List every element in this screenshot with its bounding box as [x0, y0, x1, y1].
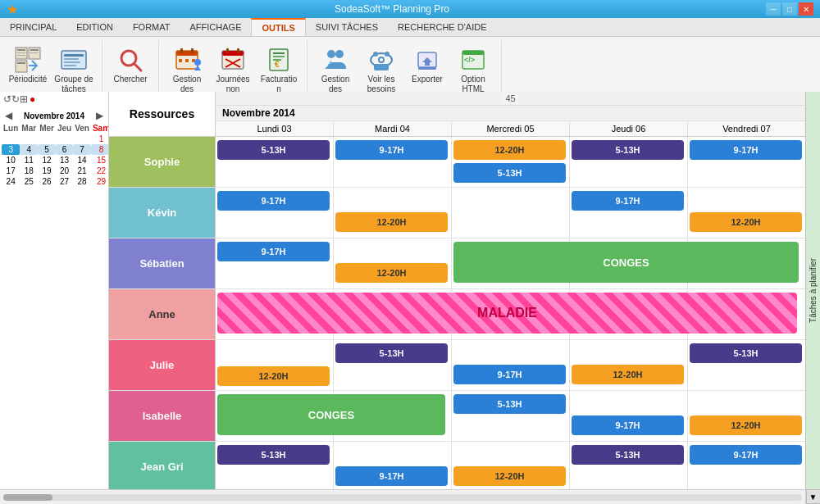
minimize-button[interactable]: ─ — [766, 2, 781, 16]
gestion-rappels-icon — [172, 45, 202, 75]
cal-day[interactable]: 22 — [91, 166, 109, 176]
shift-block[interactable]: 9-17H — [335, 466, 448, 486]
cal-day[interactable] — [38, 134, 56, 144]
cal-day[interactable]: 29 — [91, 176, 109, 187]
shift-block[interactable]: 9-17H — [690, 140, 802, 160]
cal-day[interactable]: 15 — [91, 155, 109, 166]
tab-principal[interactable]: PRINCIPAL — [0, 18, 66, 36]
tasks-sidebar[interactable]: Tâches à planifier — [805, 92, 820, 489]
cal-day[interactable]: 12 — [38, 155, 56, 166]
ribbon-item-voir-besoins[interactable]: Voir les besoins — [360, 43, 403, 96]
shift-block[interactable]: 12-20H — [453, 466, 566, 486]
ribbon-item-chercher[interactable]: Chercher — [109, 43, 152, 86]
shift-block[interactable]: 5-13H — [690, 343, 802, 363]
cal-day[interactable]: 18 — [20, 166, 38, 176]
cal-day[interactable]: 8 — [91, 144, 109, 155]
tab-edition[interactable]: EDITION — [66, 18, 123, 36]
cal-day[interactable]: 3 — [2, 144, 20, 155]
cal-day[interactable]: 25 — [20, 176, 38, 187]
cal-day[interactable] — [73, 134, 91, 144]
shift-block[interactable]: 5-13H — [217, 445, 330, 465]
day-cell: 5-13H — [334, 340, 452, 390]
cal-day[interactable]: 19 — [38, 166, 56, 176]
shift-block[interactable]: 9-17H — [572, 191, 684, 211]
ribbon-item-option-html[interactable]: </> Option HTML — [452, 43, 494, 96]
day-cell: 12-20H — [688, 391, 805, 441]
shift-block[interactable]: 12-20H — [690, 415, 802, 435]
shift-block[interactable]: 9-17H — [335, 140, 448, 160]
cal-day[interactable]: 27 — [56, 176, 73, 187]
row-anne: Anne MALADIE — [109, 289, 805, 340]
tab-affichage[interactable]: AFFICHAGE — [180, 18, 252, 36]
shift-block[interactable]: 12-20H — [335, 212, 448, 232]
left-tool-refresh[interactable]: ↻ — [11, 93, 20, 105]
cal-day[interactable] — [20, 134, 38, 144]
main-area: Ressources 45 Novembre 2014 Lundi 03 Mar… — [109, 92, 805, 489]
scrollbar-track[interactable] — [3, 494, 802, 501]
cal-day[interactable]: 11 — [20, 155, 38, 166]
shift-block-conges[interactable]: CONGES — [453, 242, 799, 283]
bottom-scrollbar[interactable] — [0, 489, 805, 504]
ribbon-item-periodicite[interactable]: Périodicité — [7, 43, 49, 86]
cal-week-2: 3 4 5 6 7 8 9 — [2, 144, 109, 155]
ribbon-item-exporter[interactable]: Exporter — [406, 43, 449, 86]
shift-block[interactable]: 9-17H — [690, 445, 802, 465]
shift-block[interactable]: 9-17H — [572, 415, 684, 435]
prev-month-button[interactable]: ◀ — [5, 110, 12, 121]
tab-format[interactable]: FORMAT — [123, 18, 180, 36]
cal-day[interactable]: 17 — [2, 166, 20, 176]
shift-block[interactable]: 12-20H — [690, 212, 802, 232]
ribbon-item-groupe-taches[interactable]: Groupe de tâches — [52, 43, 95, 96]
shift-block[interactable]: 5-13H — [572, 445, 684, 465]
day-cell: 12-20H — [452, 442, 570, 489]
shift-block[interactable]: 9-17H — [217, 242, 330, 261]
svg-rect-42 — [374, 64, 389, 70]
cal-day[interactable]: 21 — [73, 166, 91, 176]
shift-block[interactable]: 5-13H — [453, 163, 566, 183]
day-header-lun: Lun — [2, 123, 20, 134]
tab-outils[interactable]: OUTILS — [251, 18, 305, 36]
tab-suivi-taches[interactable]: SUIVI TÂCHES — [306, 18, 388, 36]
shift-block[interactable]: 5-13H — [453, 394, 566, 414]
svg-rect-17 — [176, 51, 198, 56]
resource-jean-gri: Jean Gri — [109, 442, 216, 489]
cal-day[interactable] — [56, 134, 73, 144]
cal-day[interactable]: 28 — [73, 176, 91, 187]
cal-day[interactable]: 1 — [91, 134, 109, 144]
svg-rect-8 — [17, 62, 25, 64]
cal-day[interactable]: 5 — [38, 144, 56, 155]
shift-block[interactable]: 5-13H — [217, 140, 330, 160]
shift-block-conges[interactable]: CONGES — [217, 394, 445, 435]
cal-day[interactable] — [2, 134, 20, 144]
day-cell — [452, 188, 570, 238]
cal-day[interactable]: 24 — [2, 176, 20, 187]
scroll-down-button[interactable]: ▼ — [806, 489, 821, 504]
shift-block[interactable]: 5-13H — [335, 343, 448, 363]
ribbon-item-facturation[interactable]: € Facturation — [257, 43, 300, 96]
svg-text:€: € — [275, 60, 280, 69]
resource-name-isabelle: Isabelle — [143, 410, 182, 422]
cal-day[interactable]: 6 — [56, 144, 73, 155]
cal-day[interactable]: 13 — [56, 155, 73, 166]
maximize-button[interactable]: □ — [782, 2, 797, 16]
cal-day[interactable]: 20 — [56, 166, 73, 176]
resource-kevin: Kévin — [109, 188, 216, 238]
shift-block[interactable]: 12-20H — [453, 140, 566, 160]
shift-block[interactable]: 12-20H — [572, 365, 684, 384]
shift-block[interactable]: 12-20H — [335, 263, 448, 283]
shift-block[interactable]: 5-13H — [572, 140, 684, 160]
cal-day[interactable]: 14 — [73, 155, 91, 166]
close-button[interactable]: ✕ — [799, 2, 813, 16]
cal-day[interactable]: 26 — [38, 176, 56, 187]
left-tool-undo[interactable]: ↺ — [3, 93, 11, 105]
tab-recherche-aide[interactable]: RECHERCHE D'AIDE — [388, 18, 496, 36]
shift-block[interactable]: 9-17H — [217, 191, 330, 211]
left-tool-filter[interactable]: ⊞ — [20, 93, 28, 105]
shift-block-sick[interactable]: MALADIE — [217, 293, 797, 334]
shift-block[interactable]: 12-20H — [217, 366, 330, 386]
cal-day[interactable]: 4 — [20, 144, 38, 155]
cal-day[interactable]: 7 — [73, 144, 91, 155]
shift-block[interactable]: 9-17H — [453, 365, 566, 384]
next-month-button[interactable]: ▶ — [96, 110, 103, 121]
cal-day[interactable]: 10 — [2, 155, 20, 166]
